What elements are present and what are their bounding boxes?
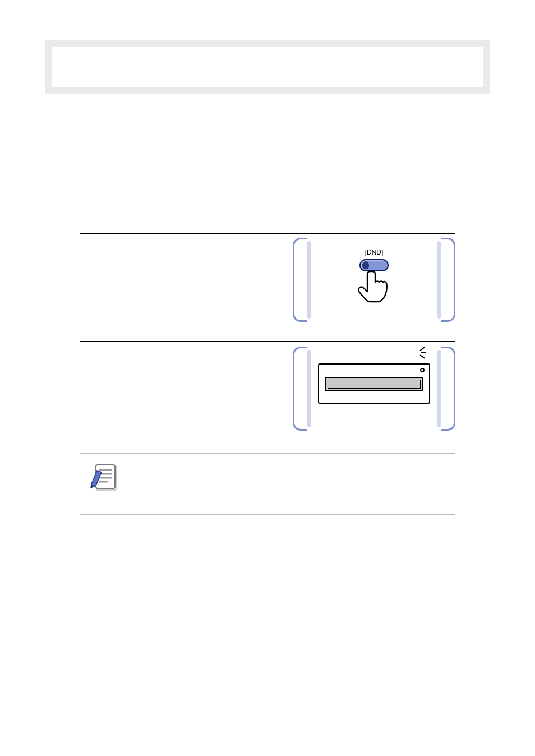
bracket-right: [441, 238, 455, 322]
divider: [80, 341, 455, 342]
step-2-illustration: [293, 347, 455, 431]
svg-rect-2: [116, 466, 117, 490]
hand-press-icon: [356, 268, 392, 307]
bracket-left: [293, 238, 307, 322]
dnd-button-label: [DND]: [365, 249, 384, 256]
step-1-illustration: [DND]: [293, 238, 455, 322]
document-note-icon: [88, 462, 121, 494]
lcd-display-icon: [318, 363, 430, 404]
bracket-right: [441, 347, 455, 431]
status-lamp-icon: [420, 368, 425, 372]
title-banner: [45, 40, 490, 94]
note-box: [80, 453, 455, 515]
lcd-screen: [325, 377, 423, 391]
divider: [80, 233, 455, 234]
bracket-left: [293, 347, 307, 431]
lamp-blink-icon: [416, 353, 430, 365]
svg-rect-1: [96, 489, 116, 491]
